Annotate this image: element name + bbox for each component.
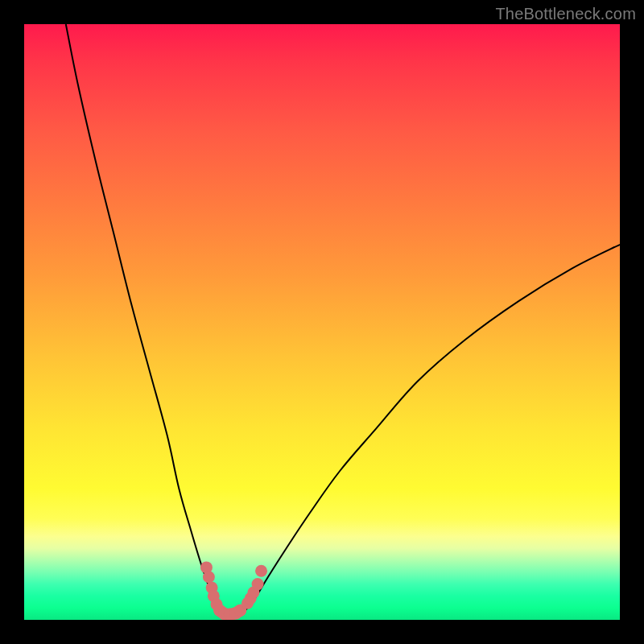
marker-point [252, 578, 264, 590]
plot-area [24, 24, 620, 620]
marker-point [203, 571, 215, 583]
plot-svg [24, 24, 620, 620]
chart-container: TheBottleneck.com [0, 0, 644, 644]
curve-markers [200, 561, 267, 620]
marker-point [255, 565, 267, 577]
watermark-text: TheBottleneck.com [495, 5, 636, 23]
curve-left-branch [66, 24, 221, 615]
curve-right-branch [238, 245, 620, 615]
